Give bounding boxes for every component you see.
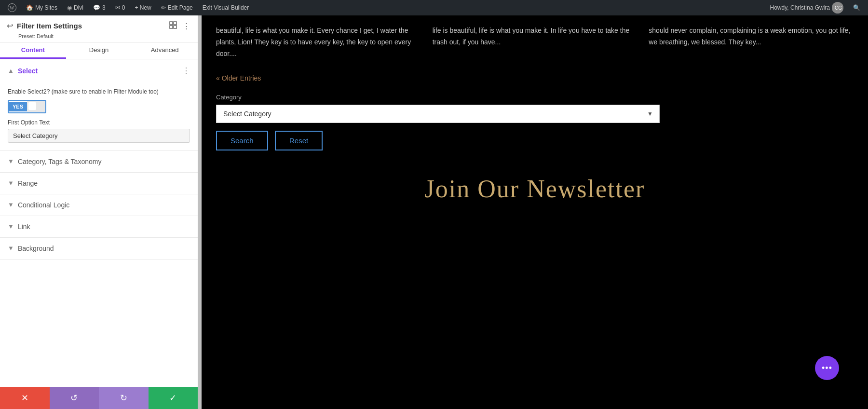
drag-handle[interactable] — [198, 15, 202, 409]
link-header[interactable]: ▼ Link — [0, 216, 198, 237]
pings-count: 0 — [122, 4, 125, 11]
conditional-logic-toggle-icon: ▼ — [8, 201, 14, 208]
divi-icon: ◉ — [67, 4, 72, 11]
back-arrow-icon[interactable]: ↩ — [7, 21, 13, 30]
save-button[interactable]: ✓ — [149, 387, 198, 409]
select-section-menu-button[interactable]: ⋮ — [182, 66, 190, 75]
background-toggle-icon: ▼ — [8, 245, 14, 252]
link-section: ▼ Link — [0, 216, 198, 238]
link-toggle-icon: ▼ — [8, 223, 14, 230]
panel-header-top: ↩ Filter Item Settings ⋮ — [7, 20, 191, 31]
newsletter-section: Join Our Newsletter — [216, 175, 854, 203]
range-toggle-icon: ▼ — [8, 179, 14, 187]
first-option-input[interactable] — [8, 129, 190, 143]
select-section: ▲ Select ⋮ Enable Select2? (make sure to… — [0, 59, 198, 151]
svg-rect-6 — [170, 26, 173, 28]
conditional-logic-header[interactable]: ▼ Conditional Logic — [0, 194, 198, 216]
background-title: Background — [18, 245, 54, 252]
article-item: life is beautiful, life is what you make… — [433, 25, 637, 59]
panel-header-icons: ⋮ — [168, 20, 191, 31]
range-title: Range — [18, 179, 38, 187]
category-tags-title: Category, Tags & Taxonomy — [18, 158, 102, 165]
wp-logo[interactable]: W — [4, 0, 20, 15]
tab-content[interactable]: Content — [0, 42, 66, 59]
article-item: beautiful, life is what you make it. Eve… — [216, 25, 421, 59]
redo-button[interactable]: ↻ — [99, 387, 149, 409]
enable-select2-label: Enable Select2? (make sure to enable in … — [8, 88, 190, 96]
user-label-item: Howdy, Christina Gwira CG — [766, 2, 847, 14]
svg-rect-4 — [170, 22, 173, 25]
chat-bubble[interactable]: ••• — [815, 356, 839, 380]
search-button[interactable]: Search — [216, 131, 268, 150]
category-tags-section: ▼ Category, Tags & Taxonomy — [0, 151, 198, 173]
category-select[interactable]: Select Category — [216, 105, 660, 123]
my-sites-item[interactable]: 🏠 My Sites — [22, 0, 61, 15]
background-section: ▼ Background — [0, 238, 198, 259]
tab-design[interactable]: Design — [66, 42, 132, 59]
comments-item[interactable]: 💬 3 — [89, 0, 109, 15]
filter-area: Category Select Category Search Reset — [216, 94, 854, 155]
select-section-content: Enable Select2? (make sure to enable in … — [0, 82, 198, 150]
svg-rect-7 — [174, 26, 176, 28]
conditional-logic-section: ▼ Conditional Logic — [0, 194, 198, 216]
category-label: Category — [216, 94, 854, 101]
ellipsis-icon: ⋮ — [183, 22, 190, 30]
newsletter-title: Join Our Newsletter — [216, 175, 854, 203]
articles-row: beautiful, life is what you make it. Eve… — [216, 25, 854, 59]
new-item[interactable]: + New — [131, 0, 155, 15]
search-admin-item[interactable]: 🔍 — [849, 4, 864, 11]
comment-icon: 💬 — [93, 4, 100, 11]
toggle-yes-label: YES — [9, 102, 27, 111]
reset-button[interactable]: Reset — [275, 131, 323, 150]
chat-bubble-dots-icon: ••• — [822, 363, 832, 373]
home-icon: 🏠 — [26, 4, 33, 11]
new-label: + New — [135, 4, 151, 11]
enable-select2-toggle[interactable]: YES — [8, 100, 46, 113]
background-header[interactable]: ▼ Background — [0, 238, 198, 259]
category-tags-header[interactable]: ▼ Category, Tags & Taxonomy — [0, 151, 198, 172]
first-option-label: First Option Text — [8, 119, 190, 126]
edit-icon: ✏ — [161, 4, 166, 11]
comments-count: 3 — [102, 4, 106, 11]
admin-bar: W 🏠 My Sites ◉ Divi 💬 3 ✉ 0 + New ✏ Edit… — [0, 0, 868, 15]
tab-advanced[interactable]: Advanced — [132, 42, 198, 59]
layout-icon-button[interactable] — [168, 20, 178, 31]
select-section-title: Select — [18, 67, 38, 75]
range-header[interactable]: ▼ Range — [0, 173, 198, 194]
select-section-header[interactable]: ▲ Select ⋮ — [0, 59, 198, 82]
toggle-slider[interactable] — [27, 101, 45, 112]
panel-bottom-buttons: ✕ ↺ ↻ ✓ — [0, 387, 198, 409]
search-admin-icon: 🔍 — [853, 4, 860, 11]
panel-content: ▲ Select ⋮ Enable Select2? (make sure to… — [0, 59, 198, 387]
older-entries-label: « Older Entries — [216, 74, 261, 82]
conditional-logic-title: Conditional Logic — [18, 201, 69, 209]
more-options-button[interactable]: ⋮ — [182, 21, 191, 31]
panel-tabs: Content Design Advanced — [0, 42, 198, 59]
category-tags-toggle-icon: ▼ — [8, 158, 14, 165]
user-greeting: Howdy, Christina Gwira — [770, 4, 830, 11]
avatar: CG — [832, 2, 843, 14]
email-icon: ✉ — [115, 4, 120, 11]
svg-text:W: W — [10, 5, 14, 11]
main-layout: ↩ Filter Item Settings ⋮ — [0, 15, 868, 409]
preview-area: beautiful, life is what you make it. Eve… — [202, 15, 868, 409]
exit-vb-item[interactable]: Exit Visual Builder — [199, 0, 253, 15]
svg-text:CG: CG — [835, 5, 842, 11]
divi-item[interactable]: ◉ Divi — [63, 0, 87, 15]
panel-header: ↩ Filter Item Settings ⋮ — [0, 15, 198, 42]
older-entries-link[interactable]: « Older Entries — [216, 74, 261, 82]
edit-page-label: Edit Page — [168, 4, 193, 11]
my-sites-label: My Sites — [35, 4, 57, 11]
select-wrapper: Select Category — [216, 105, 660, 123]
range-section: ▼ Range — [0, 173, 198, 194]
panel-title: Filter Item Settings — [17, 22, 164, 30]
left-panel: ↩ Filter Item Settings ⋮ — [0, 15, 198, 409]
cancel-button[interactable]: ✕ — [0, 387, 50, 409]
edit-page-item[interactable]: ✏ Edit Page — [157, 0, 197, 15]
svg-rect-5 — [174, 22, 176, 25]
preset-label: Preset: Default — [18, 33, 191, 39]
divi-label: Divi — [74, 4, 83, 11]
undo-button[interactable]: ↺ — [50, 387, 99, 409]
pings-item[interactable]: ✉ 0 — [111, 0, 129, 15]
select-section-toggle-up-icon: ▲ — [8, 67, 14, 74]
